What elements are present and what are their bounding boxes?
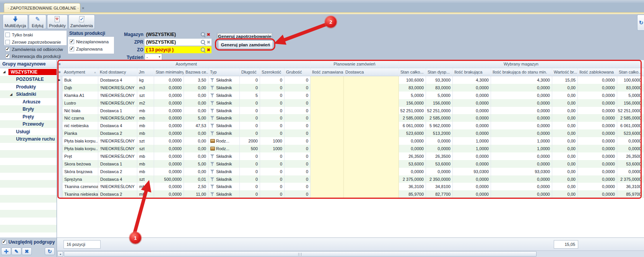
refresh-button-top-right[interactable]: ↻	[637, 15, 644, 31]
grid-cell-ilosc-zablokowana[interactable]: 0,0000	[578, 129, 617, 137]
grid-column-header-ilosc-zablokowana[interactable]: Ilość zablokowana	[578, 68, 617, 76]
grid-cell-stan-calkowity-2[interactable]: 100,6000	[617, 76, 644, 84]
grid-cell-stan-dyspozycyjny[interactable]: 0,0000	[426, 168, 453, 175]
grid-cell-indicator[interactable]	[57, 84, 62, 92]
grid-cell-dostawca[interactable]	[344, 84, 399, 92]
grid-cell-kod-dostawcy[interactable]: Dostawca 1	[98, 107, 137, 115]
tree-item-przewody[interactable]: Przewody	[0, 121, 57, 128]
grid-cell-szerokosc[interactable]: 1000	[260, 137, 285, 145]
grid-cell-dostawca[interactable]	[344, 92, 399, 99]
grid-cell-asortyment[interactable]: Lustro	[62, 99, 98, 107]
search-icon[interactable]	[200, 32, 206, 37]
grid-cell-bazowa-cena[interactable]: 0,00	[184, 99, 208, 107]
grid-cell-dlugosc[interactable]: 0	[240, 160, 260, 168]
table-row[interactable]: nić niebieskaDostawca 4mb0,000047,53Skła…	[57, 122, 644, 129]
checkbox-icon[interactable]	[5, 47, 10, 52]
grid-cell-bazowa-cena[interactable]: 2,50	[184, 183, 208, 190]
grid-cell-grubosc[interactable]: 0	[285, 152, 311, 160]
grid-cell-typ[interactable]: Składnik	[208, 160, 240, 168]
grid-cell-ilosc-zablokowana[interactable]: 0,0000	[578, 168, 617, 175]
grid-cell-stan-calkowity[interactable]: 26,3500	[399, 152, 426, 160]
grid-cell-kod-dostawcy[interactable]: Dostawca 4	[98, 175, 137, 183]
grid-cell-ilosc-brakujaca-do-stanu-min[interactable]: 0,0000	[491, 107, 552, 115]
grid-cell-dostawca[interactable]	[344, 129, 399, 137]
grid-cell-stan-minimalny[interactable]: 0,0000	[154, 107, 184, 115]
grid-cell-szerokosc[interactable]: 0	[260, 107, 285, 115]
grid-cell-bazowa-cena[interactable]: 3,50	[184, 76, 208, 84]
grid-cell-dlugosc[interactable]: 500	[240, 145, 260, 152]
grid-cell-stan-calkowity-2[interactable]: 0,0000	[617, 168, 644, 175]
grid-cell-stan-minimalny[interactable]: 0,0000	[154, 129, 184, 137]
grid-cell-asortyment[interactable]: Nić czarna	[62, 114, 98, 122]
checkbox-icon[interactable]	[5, 40, 10, 44]
grid-cell-stan-calkowity-2[interactable]: 5,0000	[617, 92, 644, 99]
table-row[interactable]: Skora beżowaDostawca 1mb0,00005,00Składn…	[57, 160, 644, 168]
table-row[interactable]: Klamka A1!NIEOKREŚLONYszt0,00000,00Skład…	[57, 92, 644, 99]
grid-cell-stan-calkowity-2[interactable]: 2 375,0000	[617, 175, 644, 183]
grid-cell-indicator[interactable]	[57, 160, 62, 168]
grid-cell-stan-dyspozycyjny[interactable]: 82,7700	[426, 190, 453, 198]
grid-cell-ilosc-zamawiana[interactable]	[311, 99, 344, 107]
grid-cell-stan-minimalny[interactable]: 0,0000	[154, 114, 184, 122]
grid-cell-indicator[interactable]	[57, 137, 62, 145]
table-row[interactable]: Skóra brązowaDostawca 2mb0,00000,00Skład…	[57, 168, 644, 175]
grid-cell-stan-calkowity-2[interactable]: 52 251,0000	[617, 107, 644, 115]
table-row[interactable]: Lustro!NIEOKREŚLONYm20,00000,00Składnik0…	[57, 99, 644, 107]
scrollbar-thumb[interactable]	[64, 251, 537, 257]
grid-cell-ilosc-brakujaca[interactable]: 93,0300	[453, 168, 491, 175]
grid-cell-typ[interactable]: Składnik	[208, 76, 240, 84]
grid-cell-asortyment[interactable]: Buk	[62, 76, 98, 84]
grid-cell-stan-dyspozycyjny[interactable]: 0,0000	[426, 145, 453, 152]
grid-cell-ilosc-brakujaca[interactable]: 0,0000	[453, 152, 491, 160]
filter-checkbox-zamowienia-od-odbiorcow[interactable]: Zamówienia od odbiorców	[5, 46, 63, 52]
field-zo[interactable]: ( 13 pozycji )✖	[145, 46, 211, 53]
add-group-button[interactable]	[1, 247, 11, 255]
grid-cell-ilosc-zamawiana[interactable]	[311, 122, 344, 129]
grid-cell-dlugosc[interactable]: 0	[240, 107, 260, 115]
grid-cell-ilosc-zamawiana[interactable]	[311, 160, 344, 168]
grid-cell-dlugosc[interactable]: 0	[240, 84, 260, 92]
status-checkbox-niezaplanowana[interactable]: Niezaplanowana	[70, 38, 109, 45]
grid-cell-ilosc-brakujaca-do-stanu-min[interactable]: 0,0000	[491, 152, 552, 160]
grid-cell-ilosc-brakujaca-do-stanu-min[interactable]: 0,0000	[491, 92, 552, 99]
grid-cell-wartosc-brutto[interactable]: 0,00	[552, 190, 578, 198]
tree-item-prety[interactable]: Pręty	[0, 113, 57, 121]
grid-cell-grubosc[interactable]: 0	[285, 84, 311, 92]
grid-cell-dostawca[interactable]	[344, 76, 399, 84]
grid-cell-wartosc-brutto[interactable]: 0,00	[552, 183, 578, 190]
grid-cell-kod-dostawcy[interactable]: !NIEOKREŚLONY	[98, 183, 137, 190]
grid-cell-ilosc-zablokowana[interactable]: 0,0000	[578, 114, 617, 122]
grid-cell-ilosc-brakujaca-do-stanu-min[interactable]: 0,0000	[491, 129, 552, 137]
grid-cell-ilosc-brakujaca[interactable]: 0,0000	[453, 122, 491, 129]
search-icon[interactable]	[200, 47, 206, 52]
grid-cell-jm[interactable]: mb	[137, 152, 154, 160]
grid-cell-ilosc-brakujaca-do-stanu-min[interactable]: 0,0000	[491, 190, 552, 198]
grid-cell-wartosc-brutto[interactable]: 0,00	[552, 145, 578, 152]
grid-cell-kod-dostawcy[interactable]: !NIEOKREŚLONY	[98, 137, 137, 145]
grid-cell-grubosc[interactable]: 0	[285, 107, 311, 115]
grid-cell-indicator[interactable]	[57, 107, 62, 115]
grid-cell-stan-calkowity-2[interactable]: 6 061,0000	[617, 122, 644, 129]
grid-cell-grubosc[interactable]: 0	[285, 175, 311, 183]
toolbar-button-multiedycja[interactable]: MultiEdycja	[3, 15, 28, 29]
grid-cell-stan-minimalny[interactable]: 0,0000	[154, 152, 184, 160]
grid-cell-dostawca[interactable]	[344, 114, 399, 122]
grid-cell-jm[interactable]: mb	[137, 183, 154, 190]
grid-cell-stan-minimalny[interactable]: 0,0000	[154, 92, 184, 99]
grid-cell-dostawca[interactable]	[344, 152, 399, 160]
grid-cell-stan-minimalny[interactable]: 0,0000	[154, 137, 184, 145]
grid-column-header-bazowa-cena[interactable]: Bazowa ce...	[184, 68, 208, 76]
grid-cell-stan-calkowity[interactable]: 2 375,0000	[399, 175, 426, 183]
table-row[interactable]: Pręt!NIEOKREŚLONYmb0,00000,00Składnik000…	[57, 152, 644, 160]
grid-column-header-indicator[interactable]: ✳	[57, 68, 62, 76]
grid-cell-stan-calkowity[interactable]: 53,6000	[399, 160, 426, 168]
grid-cell-ilosc-zablokowana[interactable]: 0,0000	[578, 160, 617, 168]
table-row[interactable]: Nić czarna!NIEOKREŚLONYmb0,00005,00Skład…	[57, 114, 644, 122]
grid-cell-dlugosc[interactable]: 0	[240, 129, 260, 137]
grid-cell-ilosc-zablokowana[interactable]: 0,0000	[578, 76, 617, 84]
grid-cell-ilosc-brakujaca[interactable]: 0,0000	[453, 190, 491, 198]
grid-cell-wartosc-brutto[interactable]: 0,00	[552, 92, 578, 99]
grid-cell-stan-calkowity[interactable]: 0,0000	[399, 137, 426, 145]
grid-cell-indicator[interactable]	[57, 152, 62, 160]
grid-cell-dostawca[interactable]	[344, 137, 399, 145]
